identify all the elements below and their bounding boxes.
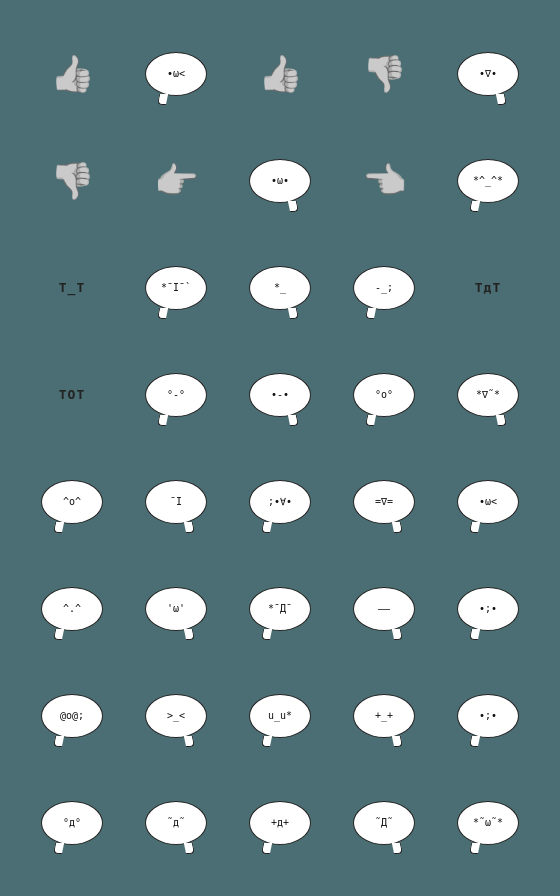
cell-bubble-underscore[interactable]: *_ bbox=[228, 234, 332, 341]
bubble-neutral-bubble: °-° bbox=[145, 373, 207, 417]
cell-bubble-angry[interactable]: >_< bbox=[124, 662, 228, 769]
bubble-d-bar-bubble: *¯Д¯ bbox=[249, 587, 311, 631]
bubble-sweat-bubble: -_; bbox=[353, 266, 415, 310]
cell-crying-text-2[interactable]: ТдТ bbox=[436, 234, 540, 341]
bubble-omega-left-2-bubble: •ω< bbox=[457, 480, 519, 524]
crying-text-text: T_T bbox=[59, 280, 85, 295]
cell-thumbs-down[interactable]: 👎 bbox=[332, 20, 436, 127]
cell-bubble-dot-neutral[interactable]: •-• bbox=[228, 341, 332, 448]
cell-pointing-right[interactable]: 👉 bbox=[124, 127, 228, 234]
bubble-dot-smile-face: ^.^ bbox=[63, 603, 81, 615]
cell-bubble-omega-left[interactable]: •ω< bbox=[124, 20, 228, 127]
bubble-flat-i-bubble: ¯I bbox=[145, 480, 207, 524]
cell-bubble-omega-left-2[interactable]: •ω< bbox=[436, 448, 540, 555]
cell-bubble-happy-o[interactable]: ^o^ bbox=[20, 448, 124, 555]
bubble-dot-smile-bubble: ^.^ bbox=[41, 587, 103, 631]
bubble-happy-face: *^_^* bbox=[473, 175, 503, 187]
bubble-nabla-tail bbox=[496, 94, 507, 105]
cell-bubble-neutral[interactable]: °-° bbox=[124, 341, 228, 448]
cell-crying-text[interactable]: T_T bbox=[20, 234, 124, 341]
cell-bubble-quote-omega[interactable]: 'ω' bbox=[124, 555, 228, 662]
bubble-at-o-tail bbox=[53, 736, 64, 747]
cell-bubble-omega-tilde[interactable]: *˜ω˜* bbox=[436, 769, 540, 876]
cell-thumbs-down-2[interactable]: 👎 bbox=[20, 127, 124, 234]
cell-bubble-semicolon-2[interactable]: •;• bbox=[436, 662, 540, 769]
cell-bubble-semicolon[interactable]: •;• bbox=[436, 555, 540, 662]
cell-bubble-nabla[interactable]: •∇• bbox=[436, 20, 540, 127]
cell-bubble-at-o[interactable]: @o@; bbox=[20, 662, 124, 769]
bubble-plus-bubble: +_+ bbox=[353, 694, 415, 738]
bubble-nabla-eq-bubble: =∇= bbox=[353, 480, 415, 524]
cell-bubble-da-small[interactable]: °д° bbox=[20, 769, 124, 876]
bubble-quote-omega-tail bbox=[184, 629, 195, 640]
cell-bubble-forall[interactable]: ;•∀• bbox=[228, 448, 332, 555]
cell-bubble-dash[interactable]: —— bbox=[332, 555, 436, 662]
bubble-quote-omega-bubble: 'ω' bbox=[145, 587, 207, 631]
bubble-surprised-bubble: °o° bbox=[353, 373, 415, 417]
cell-bubble-nabla-2[interactable]: *∇˜* bbox=[436, 341, 540, 448]
bubble-forall-tail bbox=[261, 522, 272, 533]
bubble-omega-tilde-tail bbox=[469, 843, 480, 854]
bubble-dash-face: —— bbox=[378, 603, 390, 615]
bubble-surprised-face: °o° bbox=[375, 389, 393, 401]
bubble-omega-left-2-tail bbox=[469, 522, 480, 533]
bubble-at-o-face: @o@; bbox=[60, 710, 84, 722]
bubble-da-small-face: °д° bbox=[63, 817, 81, 829]
bubble-semicolon-2-face: •;• bbox=[479, 710, 497, 722]
bubble-dot-neutral-tail bbox=[288, 415, 299, 426]
crying-text-2-text: ТдТ bbox=[475, 280, 501, 295]
bubble-stern-tail bbox=[157, 308, 168, 319]
bubble-underscore-tail bbox=[288, 308, 299, 319]
bubble-semicolon-tail bbox=[469, 629, 480, 640]
pointing-left-icon: 👈 bbox=[362, 160, 407, 202]
bubble-da-plus-bubble: +д+ bbox=[249, 801, 311, 845]
bubble-omega-tilde-bubble: *˜ω˜* bbox=[457, 801, 519, 845]
cell-bubble-dot-smile[interactable]: ^.^ bbox=[20, 555, 124, 662]
bubble-u-u-bubble: u_u* bbox=[249, 694, 311, 738]
bubble-omega-left-tail bbox=[157, 94, 168, 105]
cell-bubble-d-bar[interactable]: *¯Д¯ bbox=[228, 555, 332, 662]
cell-bubble-da-plus[interactable]: +д+ bbox=[228, 769, 332, 876]
thumbs-down-icon: 👎 bbox=[362, 53, 407, 95]
emoji-grid: 👍•ω<👍👎•∇•👎👉•ω•👈*^_^*T_T*ˉIˉ`*_-_;ТдТТОТ°… bbox=[10, 10, 550, 886]
bubble-dash-tail bbox=[392, 629, 403, 640]
bubble-angry-bubble: >_< bbox=[145, 694, 207, 738]
cell-bubble-nabla-eq[interactable]: =∇= bbox=[332, 448, 436, 555]
bubble-nabla-eq-face: =∇= bbox=[375, 496, 393, 508]
bubble-omega-tail bbox=[288, 201, 299, 212]
cell-bubble-flat-i[interactable]: ¯I bbox=[124, 448, 228, 555]
cell-bubble-plus[interactable]: +_+ bbox=[332, 662, 436, 769]
cell-thumbs-up-2[interactable]: 👍 bbox=[228, 20, 332, 127]
bubble-flat-i-face: ¯I bbox=[170, 496, 182, 508]
cell-thumbs-up[interactable]: 👍 bbox=[20, 20, 124, 127]
cell-bubble-happy[interactable]: *^_^* bbox=[436, 127, 540, 234]
bubble-nabla-2-bubble: *∇˜* bbox=[457, 373, 519, 417]
bubble-underscore-face: *_ bbox=[274, 282, 286, 294]
cell-tot-text[interactable]: ТОТ bbox=[20, 341, 124, 448]
bubble-angry-face: >_< bbox=[167, 710, 185, 722]
bubble-da-big-tail bbox=[392, 843, 403, 854]
bubble-stern-face: *ˉIˉ` bbox=[161, 282, 191, 294]
cell-bubble-da-big[interactable]: ˜Д˜ bbox=[332, 769, 436, 876]
tot-text-text: ТОТ bbox=[59, 387, 85, 402]
cell-pointing-left[interactable]: 👈 bbox=[332, 127, 436, 234]
bubble-d-bar-face: *¯Д¯ bbox=[268, 603, 292, 615]
cell-bubble-sweat[interactable]: -_; bbox=[332, 234, 436, 341]
bubble-da-big-face: ˜Д˜ bbox=[375, 817, 393, 829]
cell-bubble-u-u[interactable]: u_u* bbox=[228, 662, 332, 769]
bubble-dot-smile-tail bbox=[53, 629, 64, 640]
cell-bubble-da-tilde[interactable]: ˜д˜ bbox=[124, 769, 228, 876]
bubble-happy-o-bubble: ^o^ bbox=[41, 480, 103, 524]
cell-bubble-stern[interactable]: *ˉIˉ` bbox=[124, 234, 228, 341]
bubble-neutral-tail bbox=[157, 415, 168, 426]
bubble-u-u-face: u_u* bbox=[268, 710, 292, 722]
cell-bubble-omega[interactable]: •ω• bbox=[228, 127, 332, 234]
bubble-semicolon-2-tail bbox=[469, 736, 480, 747]
bubble-happy-o-face: ^o^ bbox=[63, 496, 81, 508]
bubble-omega-left-bubble: •ω< bbox=[145, 52, 207, 96]
bubble-omega-face: •ω• bbox=[271, 175, 289, 187]
bubble-plus-face: +_+ bbox=[375, 710, 393, 722]
cell-bubble-surprised[interactable]: °o° bbox=[332, 341, 436, 448]
bubble-dot-neutral-face: •-• bbox=[271, 389, 289, 401]
bubble-forall-bubble: ;•∀• bbox=[249, 480, 311, 524]
